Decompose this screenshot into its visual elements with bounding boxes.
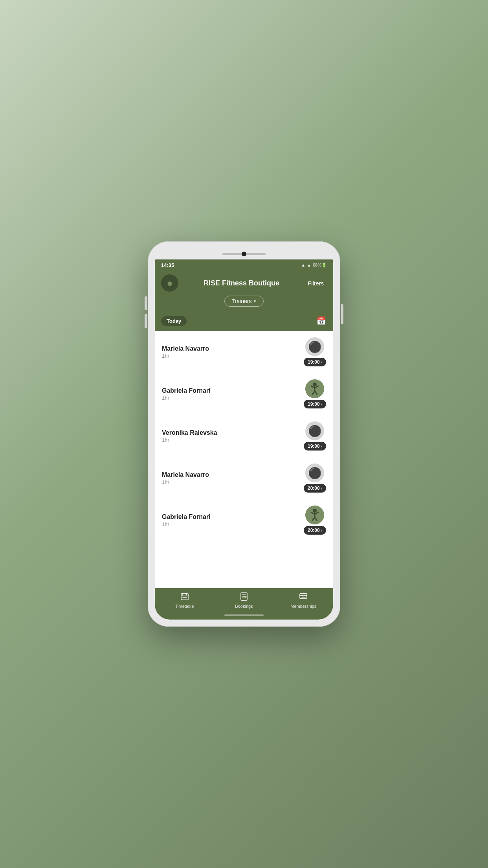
phone-frame: 14:35 ▲ ▲ 68%🔋 ● RISE Fitness Boutique F…: [148, 241, 340, 627]
session-info: Mariela Navarro 1hr: [162, 471, 209, 485]
session-time: 20:00: [308, 485, 320, 491]
header-top-row: ● RISE Fitness Boutique Filters: [161, 274, 327, 292]
avatar-placeholder-icon: ⚫: [308, 340, 322, 353]
app-title: RISE Fitness Boutique: [178, 279, 305, 287]
gabriela2-figure-svg: [305, 506, 324, 524]
svg-rect-23: [300, 594, 307, 599]
session-trainer-name: Gabriela Fornari: [162, 387, 211, 394]
session-trainer-name: Veronika Raievska: [162, 429, 217, 436]
signal-icon: ▲: [307, 263, 311, 267]
memberships-icon: [299, 592, 308, 603]
bookings-icon: [240, 592, 248, 603]
session-time: 19:00: [308, 401, 320, 407]
camera: [242, 252, 246, 256]
home-indicator: [155, 612, 333, 620]
user-icon: ●: [167, 277, 173, 289]
session-time: 20:00: [308, 528, 320, 533]
avatar-placeholder-icon: ⚫: [308, 467, 322, 480]
session-info: Gabriela Fornari 1hr: [162, 387, 211, 401]
bottom-nav: Timetable Bookings: [155, 588, 333, 612]
status-bar: 14:35 ▲ ▲ 68%🔋: [155, 259, 333, 270]
status-time: 14:35: [161, 262, 174, 268]
wifi-icon: ▲: [301, 263, 305, 267]
battery-icon: 68%🔋: [313, 263, 327, 268]
session-trainer-name: Mariela Navarro: [162, 471, 209, 478]
session-right: ⚫ 20:00 ›: [304, 463, 326, 493]
session-trainer-name: Gabriela Fornari: [162, 513, 211, 520]
chevron-right-icon: ›: [321, 528, 322, 533]
vol-up-button: [145, 296, 147, 310]
trainer-avatar: ⚫: [305, 337, 324, 356]
nav-item-memberships[interactable]: Memberships: [274, 590, 333, 611]
power-button: [341, 304, 343, 324]
trainers-label: Trainers: [232, 298, 252, 304]
home-bar: [224, 614, 264, 616]
session-time: 19:00: [308, 359, 320, 365]
status-icons: ▲ ▲ 68%🔋: [301, 263, 327, 268]
session-duration: 1hr: [162, 521, 211, 527]
svg-rect-14: [181, 594, 188, 600]
time-badge[interactable]: 20:00 ›: [304, 526, 326, 535]
session-duration: 1hr: [162, 395, 211, 401]
trainer-avatar-gabriela: [305, 379, 324, 398]
date-nav-bar: Today 📅: [155, 312, 333, 331]
user-avatar[interactable]: ●: [161, 274, 178, 292]
nav-bookings-label: Bookings: [235, 604, 253, 609]
phone-screen: 14:35 ▲ ▲ 68%🔋 ● RISE Fitness Boutique F…: [155, 248, 333, 620]
time-badge[interactable]: 19:00 ›: [304, 400, 326, 408]
session-right: 20:00 ›: [304, 506, 326, 535]
svg-point-25: [301, 597, 303, 598]
session-right: 19:00 ›: [304, 379, 326, 408]
nav-timetable-label: Timetable: [175, 604, 194, 609]
trainer-avatar-gabriela-2: [305, 506, 324, 524]
session-list: Mariela Navarro 1hr ⚫ 19:00 › Gabriela F…: [155, 331, 333, 588]
time-badge[interactable]: 19:00 ›: [304, 358, 326, 366]
session-duration: 1hr: [162, 353, 209, 359]
chevron-down-icon: ▾: [254, 299, 256, 304]
session-item[interactable]: Veronika Raievska 1hr ⚫ 19:00 ›: [155, 415, 333, 457]
chevron-right-icon: ›: [321, 444, 322, 449]
nav-memberships-label: Memberships: [290, 604, 316, 609]
session-duration: 1hr: [162, 479, 209, 485]
chevron-right-icon: ›: [321, 360, 322, 364]
gabriela-figure-svg: [305, 379, 324, 398]
session-right: ⚫ 19:00 ›: [304, 421, 326, 451]
timetable-icon: [180, 592, 189, 603]
trainers-dropdown[interactable]: Trainers ▾: [224, 296, 264, 307]
session-info: Mariela Navarro 1hr: [162, 345, 209, 359]
session-info: Gabriela Fornari 1hr: [162, 513, 211, 527]
nav-item-bookings[interactable]: Bookings: [214, 590, 273, 611]
app-header: ● RISE Fitness Boutique Filters Trainers…: [155, 270, 333, 312]
session-duration: 1hr: [162, 437, 217, 443]
nav-item-timetable[interactable]: Timetable: [155, 590, 214, 611]
today-button[interactable]: Today: [161, 316, 187, 326]
calendar-button[interactable]: 📅: [316, 315, 327, 326]
session-item[interactable]: Gabriela Fornari 1hr: [155, 499, 333, 541]
vol-down-button: [145, 314, 147, 328]
time-badge[interactable]: 19:00 ›: [304, 442, 326, 451]
filters-button[interactable]: Filters: [305, 278, 327, 288]
calendar-icon: 📅: [316, 316, 326, 325]
session-trainer-name: Mariela Navarro: [162, 345, 209, 352]
phone-notch: [155, 248, 333, 259]
trainer-avatar: ⚫: [305, 421, 324, 440]
time-badge[interactable]: 20:00 ›: [304, 484, 326, 493]
session-item[interactable]: Gabriela Fornari 1hr: [155, 373, 333, 415]
chevron-right-icon: ›: [321, 486, 322, 491]
session-time: 19:00: [308, 443, 320, 449]
session-info: Veronika Raievska 1hr: [162, 429, 217, 443]
avatar-placeholder-icon: ⚫: [308, 425, 322, 438]
session-item[interactable]: Mariela Navarro 1hr ⚫ 19:00 ›: [155, 331, 333, 373]
trainer-avatar: ⚫: [305, 463, 324, 482]
chevron-right-icon: ›: [321, 402, 322, 406]
session-right: ⚫ 19:00 ›: [304, 337, 326, 366]
session-item[interactable]: Mariela Navarro 1hr ⚫ 20:00 ›: [155, 457, 333, 499]
